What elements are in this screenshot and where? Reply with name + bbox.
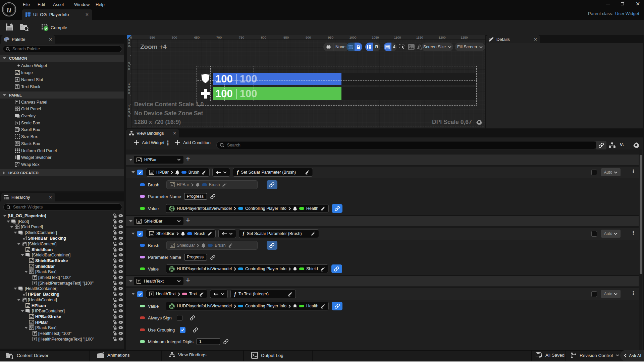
svg-text:u: u <box>7 5 11 14</box>
